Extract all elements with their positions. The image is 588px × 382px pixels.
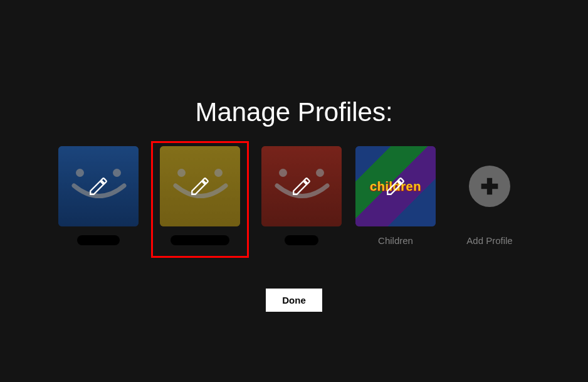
pencil-icon [385,176,406,197]
profile-avatar-2[interactable] [261,146,342,226]
pencil-icon [291,176,312,197]
done-button[interactable]: Done [266,289,322,312]
plus-icon [477,174,502,199]
add-profile-cell[interactable]: Add Profile [449,146,530,246]
profile-label-3: Children [378,235,413,246]
pencil-icon [88,176,109,197]
profiles-row: children Children Add Profile [58,146,530,246]
profile-cell-0[interactable] [58,146,139,245]
profile-label-0 [77,235,120,245]
plus-circle [469,166,510,207]
profile-label-1 [171,235,229,245]
add-profile-label: Add Profile [466,235,512,246]
pencil-icon [189,176,211,197]
profile-avatar-0[interactable] [58,146,139,226]
page-title: Manage Profiles: [195,97,392,127]
profile-avatar-1[interactable] [160,146,240,226]
profile-cell-1[interactable] [152,146,248,245]
add-profile-box[interactable] [449,146,530,226]
profile-avatar-3[interactable]: children [355,146,436,226]
profile-label-2 [285,235,318,245]
profile-cell-3[interactable]: children Children [355,146,436,246]
profile-cell-2[interactable] [261,146,342,245]
